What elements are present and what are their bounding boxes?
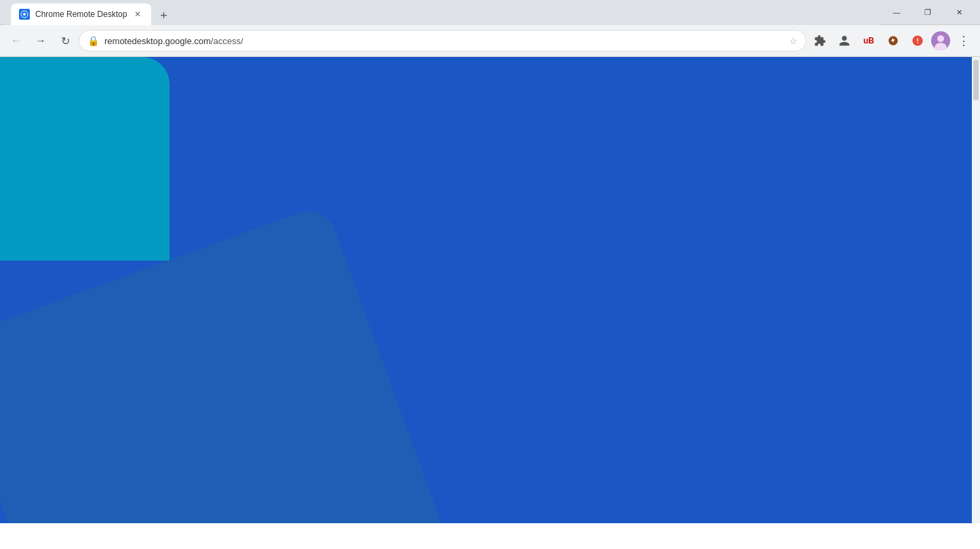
svg-point-1 xyxy=(23,13,26,16)
user-silhouette-icon xyxy=(838,35,850,47)
browser-chrome: Chrome Remote Desktop ✕ + — ❐ ✕ ← → ↻ 🔒 … xyxy=(0,0,980,57)
address-path: /access/ xyxy=(211,36,243,46)
ext-icon xyxy=(888,35,899,46)
toolbar-right: uB ⋮ xyxy=(809,30,975,52)
browser-tab[interactable]: Chrome Remote Desktop ✕ xyxy=(11,3,151,25)
svg-point-3 xyxy=(937,35,944,42)
page-wrapper: chrome remote desktop xyxy=(0,57,980,523)
restore-button[interactable]: ❐ xyxy=(912,0,943,24)
address-protocol: remotedesktop.google.com xyxy=(104,36,211,46)
tab-bar: Chrome Remote Desktop ✕ + xyxy=(5,0,881,25)
browser-toolbar: ← → ↻ 🔒 remotedesktop.google.com/access/… xyxy=(0,24,980,57)
minimize-button[interactable]: — xyxy=(881,0,912,24)
ext2-icon xyxy=(912,35,924,47)
reload-button[interactable]: ↻ xyxy=(54,30,76,52)
scrollbar-track xyxy=(972,57,980,523)
chrome-menu-button[interactable]: ⋮ xyxy=(953,30,975,52)
avatar-image xyxy=(931,31,950,50)
another-ext2-button[interactable] xyxy=(907,30,928,52)
crd-favicon-icon xyxy=(20,10,28,18)
tab-title: Chrome Remote Desktop xyxy=(35,10,127,19)
forward-button[interactable]: → xyxy=(30,30,52,52)
scrollbar-thumb[interactable] xyxy=(973,60,979,100)
address-text: remotedesktop.google.com/access/ xyxy=(104,36,784,46)
extensions-icon xyxy=(814,35,826,47)
page-content: chrome remote desktop xyxy=(0,57,972,523)
user-icon-button[interactable] xyxy=(834,30,855,52)
profile-avatar[interactable] xyxy=(931,31,950,50)
ublock-button[interactable]: uB xyxy=(858,30,880,52)
address-bar[interactable]: 🔒 remotedesktop.google.com/access/ ☆ xyxy=(79,30,806,52)
close-button[interactable]: ✕ xyxy=(943,0,975,24)
window-controls: — ❐ ✕ xyxy=(881,0,975,24)
new-tab-button[interactable]: + xyxy=(154,6,173,25)
lock-icon: 🔒 xyxy=(87,35,99,46)
another-ext-button[interactable] xyxy=(882,30,904,52)
bg-teal-shape xyxy=(0,57,170,261)
tab-favicon xyxy=(19,9,30,20)
bookmark-icon[interactable]: ☆ xyxy=(789,36,798,46)
title-bar: Chrome Remote Desktop ✕ + — ❐ ✕ xyxy=(0,0,980,24)
tab-close-button[interactable]: ✕ xyxy=(132,9,143,20)
extensions-button[interactable] xyxy=(809,30,831,52)
back-button[interactable]: ← xyxy=(5,30,27,52)
